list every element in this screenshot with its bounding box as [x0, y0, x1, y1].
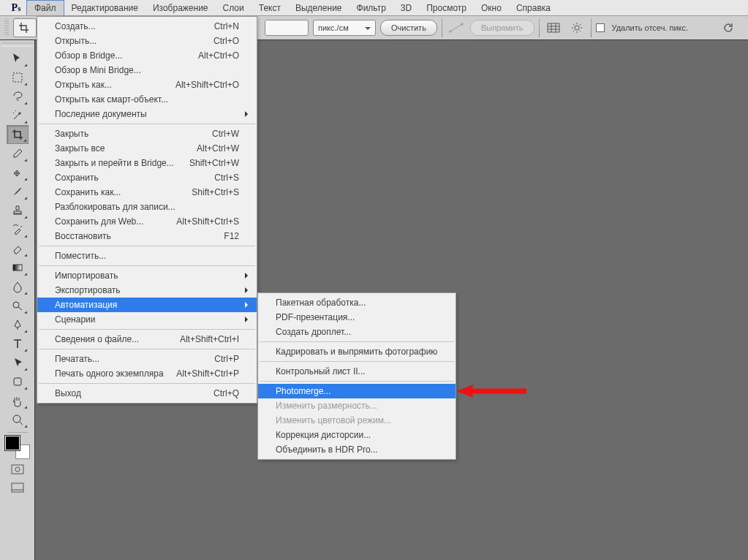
menu-item-label: Закрыть все: [55, 143, 105, 154]
menu-file[interactable]: Файл: [26, 0, 64, 15]
app-logo: Ps: [6, 0, 26, 15]
quickmask-toggle[interactable]: [7, 461, 28, 477]
menu-item[interactable]: Сценарии: [37, 312, 257, 327]
menu-item[interactable]: Photomerge...: [258, 384, 456, 398]
menu-item[interactable]: PDF-презентация...: [258, 310, 456, 325]
menu-item-shortcut: Alt+Shift+Ctrl+O: [175, 80, 239, 90]
unit-select[interactable]: пикс./см: [313, 20, 376, 36]
menu-item-label: Закрыть и перейти в Bridge...: [55, 158, 174, 168]
menu-item[interactable]: Импортировать: [37, 268, 257, 283]
height-input[interactable]: [265, 20, 309, 36]
menu-item-label: Открыть как...: [55, 80, 112, 90]
menu-item[interactable]: ВыходCtrl+Q: [37, 386, 257, 401]
tool-type[interactable]: [7, 334, 29, 353]
screenmode-toggle[interactable]: [7, 480, 28, 496]
menu-item[interactable]: Печатать...Ctrl+P: [37, 352, 257, 366]
crop-icon: [18, 23, 31, 33]
menu-item-label: PDF-презентация...: [276, 312, 355, 322]
svg-point-3: [13, 302, 19, 308]
submenu-arrow-icon: [245, 287, 251, 293]
menu-item[interactable]: Закрыть и перейти в Bridge...Shift+Ctrl+…: [37, 156, 257, 170]
menu-layers[interactable]: Слои: [216, 0, 252, 15]
menu-item[interactable]: Открыть как...Alt+Shift+Ctrl+O: [37, 77, 257, 92]
menu-item[interactable]: Создать дроплет...: [258, 325, 456, 339]
menu-item[interactable]: Открыть...Ctrl+O: [37, 34, 257, 48]
menu-item-shortcut: Alt+Ctrl+W: [197, 143, 239, 154]
tool-history-brush[interactable]: [7, 220, 29, 239]
menu-item-label: Изменить цветовой режим...: [276, 415, 391, 425]
menu-item-label: Контрольный лист II...: [276, 366, 366, 377]
menu-item[interactable]: Автоматизация: [37, 298, 257, 312]
submenu-arrow-icon: [245, 317, 251, 322]
clear-button[interactable]: Очистить: [380, 20, 437, 36]
menu-item[interactable]: ВосстановитьF12: [37, 229, 257, 243]
tool-lasso[interactable]: [7, 87, 29, 106]
toolbox: [0, 40, 35, 560]
menu-item[interactable]: Обзор в Mini Bridge...: [37, 63, 257, 77]
tool-heal[interactable]: [7, 163, 29, 182]
menu-item-label: Выход: [55, 388, 81, 398]
tool-eraser[interactable]: [7, 239, 29, 258]
menu-item[interactable]: Сохранить для Web...Alt+Shift+Ctrl+S: [37, 214, 257, 229]
svg-point-0: [575, 26, 579, 30]
svg-rect-6: [12, 465, 23, 474]
tool-move[interactable]: [7, 49, 29, 68]
tool-wand[interactable]: [7, 106, 29, 125]
tool-shape[interactable]: [7, 372, 29, 391]
tool-crop[interactable]: [7, 125, 29, 144]
menu-item[interactable]: Объединить в HDR Pro...: [258, 442, 456, 457]
menu-text[interactable]: Текст: [252, 0, 288, 15]
tool-brush[interactable]: [7, 182, 29, 201]
menu-window[interactable]: Окно: [474, 0, 509, 15]
tool-preset-button[interactable]: [13, 18, 37, 37]
menu-item[interactable]: Закрыть всеAlt+Ctrl+W: [37, 141, 257, 156]
tool-dodge[interactable]: [7, 296, 29, 315]
menu-item[interactable]: Последние документы: [37, 107, 257, 121]
delete-crop-label: Удалить отсеч. пикс.: [612, 23, 689, 32]
tool-marquee[interactable]: [7, 68, 29, 87]
reset-icon[interactable]: [719, 20, 738, 36]
tool-pen[interactable]: [7, 315, 29, 334]
svg-rect-2: [13, 265, 22, 270]
menu-3d[interactable]: 3D: [393, 0, 419, 15]
menu-item[interactable]: ЗакрытьCtrl+W: [37, 126, 257, 141]
color-swatches[interactable]: [5, 436, 30, 459]
menu-item[interactable]: Контрольный лист II...: [258, 364, 456, 379]
menu-item[interactable]: Печать одного экземпляраAlt+Shift+Ctrl+P: [37, 366, 257, 381]
menu-item[interactable]: Открыть как смарт-объект...: [37, 92, 257, 107]
menu-select[interactable]: Выделение: [288, 0, 350, 15]
menu-item[interactable]: Поместить...: [37, 249, 257, 263]
tool-stamp[interactable]: [7, 201, 29, 220]
delete-crop-checkbox[interactable]: [596, 23, 605, 32]
menu-item[interactable]: СохранитьCtrl+S: [37, 170, 257, 185]
tool-blur[interactable]: [7, 277, 29, 296]
menu-item[interactable]: Создать...Ctrl+N: [37, 19, 257, 34]
tool-gradient[interactable]: [7, 258, 29, 277]
tool-path-select[interactable]: [7, 353, 29, 372]
gear-icon[interactable]: [567, 20, 586, 36]
menu-view[interactable]: Просмотр: [419, 0, 474, 15]
straighten-button[interactable]: Выпрямить: [470, 20, 534, 36]
menu-item[interactable]: Обзор в Bridge...Alt+Ctrl+O: [37, 48, 257, 63]
menu-item[interactable]: Сохранить как...Shift+Ctrl+S: [37, 185, 257, 200]
menu-item-label: Обзор в Bridge...: [55, 50, 122, 61]
menu-item[interactable]: Пакетная обработка...: [258, 295, 456, 310]
menu-help[interactable]: Справка: [509, 0, 558, 15]
menu-image[interactable]: Изображение: [146, 0, 216, 15]
automation-submenu: Пакетная обработка...PDF-презентация...С…: [257, 292, 456, 460]
menu-item[interactable]: Кадрировать и выпрямить фотографию: [258, 344, 456, 359]
menu-item[interactable]: Сведения о файле...Alt+Shift+Ctrl+I: [37, 332, 257, 347]
menu-item[interactable]: Разблокировать для записи...: [37, 200, 257, 214]
menu-item-shortcut: Shift+Ctrl+W: [189, 158, 239, 168]
menu-item-label: Экспортировать: [55, 285, 121, 295]
tool-eyedropper[interactable]: [7, 144, 29, 163]
tool-hand[interactable]: [7, 391, 29, 410]
menu-item[interactable]: Коррекция дисторсии...: [258, 428, 456, 442]
foreground-swatch[interactable]: [5, 436, 20, 450]
menu-edit[interactable]: Редактирование: [64, 0, 146, 15]
menu-item[interactable]: Экспортировать: [37, 283, 257, 298]
menu-item-label: Импортировать: [55, 270, 118, 281]
grid-overlay-icon[interactable]: [544, 20, 563, 36]
menu-filter[interactable]: Фильтр: [350, 0, 393, 15]
tool-zoom[interactable]: [7, 410, 29, 429]
